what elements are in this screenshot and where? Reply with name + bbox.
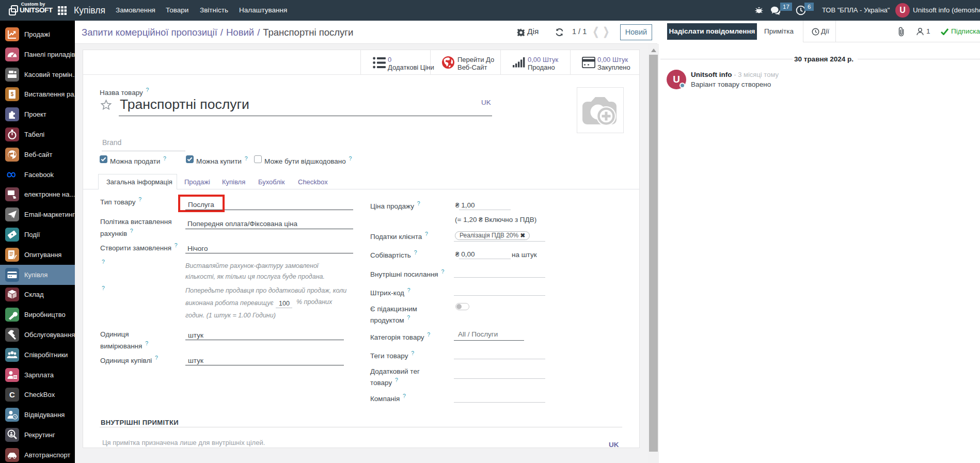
svg-text:C: C xyxy=(9,390,15,399)
svg-text:$: $ xyxy=(11,91,14,97)
